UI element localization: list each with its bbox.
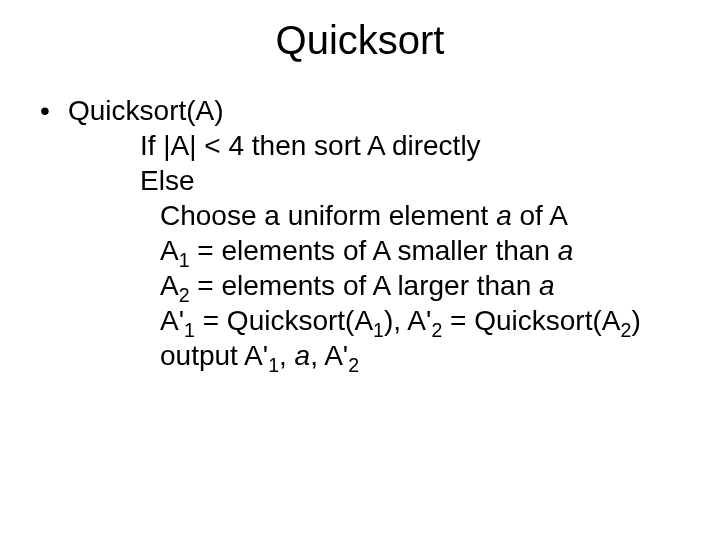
- txt: = elements of A larger than: [190, 270, 539, 301]
- line-output: output A'1, a, A'2: [68, 338, 680, 373]
- txt: Choose a uniform element: [160, 200, 496, 231]
- sub: 2: [431, 319, 442, 341]
- line-if: If |A| < 4 then sort A directly: [68, 128, 680, 163]
- bullet-quicksort: Quicksort(A) If |A| < 4 then sort A dire…: [40, 93, 680, 373]
- txt: A: [160, 270, 179, 301]
- txt: = Quicksort(A: [442, 305, 620, 336]
- slide-title: Quicksort: [0, 0, 720, 73]
- txt: A': [407, 305, 431, 336]
- var-a: a: [496, 200, 512, 231]
- var-a: a: [539, 270, 555, 301]
- var-a: a: [295, 340, 311, 371]
- line-else: Else: [68, 163, 680, 198]
- txt: = elements of A smaller than: [190, 235, 558, 266]
- txt: A': [244, 340, 268, 371]
- bullet-text: Quicksort(A): [68, 95, 224, 126]
- txt: A: [160, 235, 179, 266]
- txt: ),: [384, 305, 407, 336]
- txt: ,: [279, 340, 295, 371]
- line-choose: Choose a uniform element a of A: [68, 198, 680, 233]
- line-a1: A1 = elements of A smaller than a: [68, 233, 680, 268]
- sub: 1: [268, 354, 279, 376]
- sub: 2: [348, 354, 359, 376]
- txt: output: [160, 340, 244, 371]
- txt: ,: [310, 340, 324, 371]
- txt: of A: [512, 200, 568, 231]
- line-a2: A2 = elements of A larger than a: [68, 268, 680, 303]
- slide-body: Quicksort(A) If |A| < 4 then sort A dire…: [0, 73, 720, 373]
- sub: 1: [373, 319, 384, 341]
- sub: 2: [620, 319, 631, 341]
- txt: A': [324, 340, 348, 371]
- txt: ): [631, 305, 640, 336]
- var-a: a: [558, 235, 574, 266]
- txt: = Quicksort(A: [195, 305, 373, 336]
- txt: A': [160, 305, 184, 336]
- line-recurse: A'1 = Quicksort(A1), A'2 = Quicksort(A2): [68, 303, 680, 338]
